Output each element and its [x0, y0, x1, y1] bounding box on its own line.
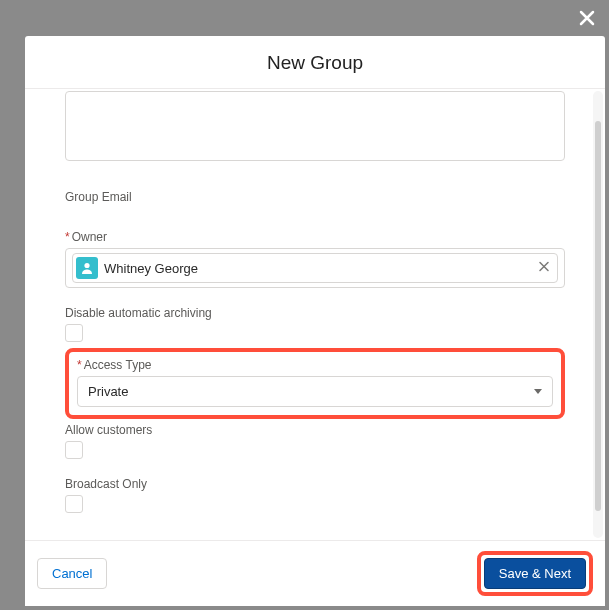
group-email-label: Group Email — [65, 190, 565, 204]
close-icon[interactable] — [577, 8, 597, 28]
access-type-label: *Access Type — [77, 358, 553, 372]
broadcast-only-checkbox[interactable] — [65, 495, 83, 513]
required-asterisk: * — [65, 230, 70, 244]
scrollbar-thumb[interactable] — [595, 121, 601, 511]
access-type-select[interactable]: Private — [77, 376, 553, 407]
modal-title: New Group — [267, 52, 363, 73]
modal-body: Group Email *Owner Whitney George Disabl… — [25, 89, 605, 540]
new-group-modal: New Group Group Email *Owner Whitney Geo… — [25, 36, 605, 606]
chevron-down-icon — [534, 389, 542, 394]
description-textarea[interactable] — [65, 91, 565, 161]
svg-point-0 — [84, 263, 89, 268]
allow-customers-checkbox[interactable] — [65, 441, 83, 459]
disable-archiving-checkbox[interactable] — [65, 324, 83, 342]
modal-header: New Group — [25, 36, 605, 89]
access-type-highlight: *Access Type Private — [65, 348, 565, 419]
save-next-highlight: Save & Next — [477, 551, 593, 596]
clear-owner-icon[interactable] — [538, 261, 550, 276]
save-next-button[interactable]: Save & Next — [484, 558, 586, 589]
avatar-icon — [76, 257, 98, 279]
allow-customers-label: Allow customers — [65, 423, 565, 437]
required-asterisk: * — [77, 358, 82, 372]
modal-footer: Cancel Save & Next — [25, 540, 605, 606]
broadcast-only-label: Broadcast Only — [65, 477, 565, 491]
cancel-button[interactable]: Cancel — [37, 558, 107, 589]
access-type-value: Private — [88, 384, 128, 399]
owner-pill: Whitney George — [72, 253, 558, 283]
owner-label: *Owner — [65, 230, 565, 244]
owner-name: Whitney George — [104, 261, 198, 276]
scrollbar-track[interactable] — [593, 91, 603, 538]
disable-archiving-label: Disable automatic archiving — [65, 306, 565, 320]
owner-field[interactable]: Whitney George — [65, 248, 565, 288]
